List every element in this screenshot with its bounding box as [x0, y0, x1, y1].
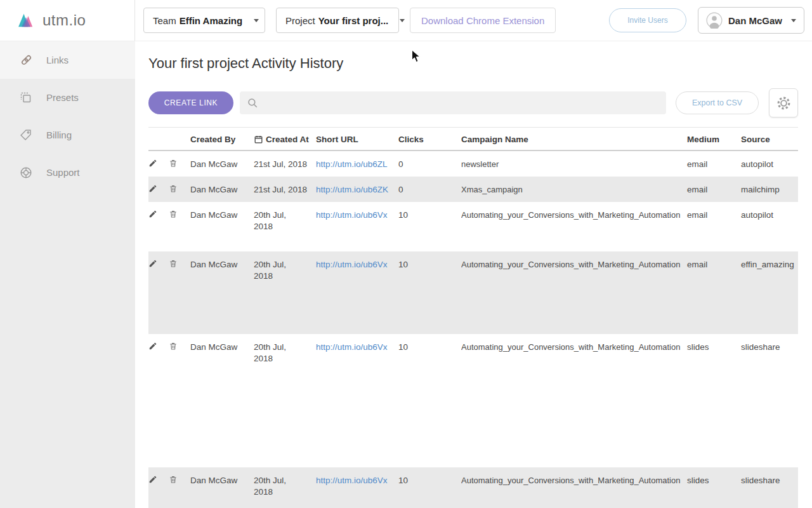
- short-url-cell: http://utm.io/ub6Vx: [316, 467, 398, 508]
- created-by-cell: Dan McGaw: [190, 151, 254, 177]
- created-at-cell: 20th Jul,2018: [254, 202, 316, 251]
- chevron-down-icon: [400, 19, 405, 22]
- campaign-cell: Xmas_campaign: [461, 177, 687, 202]
- sidebar-item-links[interactable]: Links: [0, 41, 135, 79]
- calendar-icon: [254, 135, 266, 144]
- team-dropdown[interactable]: Team Effin Amazing: [143, 8, 265, 33]
- gear-icon: [776, 95, 792, 111]
- medium-cell: slides: [687, 467, 741, 508]
- campaign-cell: Automating_your_Conversions_with_Marketi…: [461, 251, 687, 334]
- table-row: Dan McGaw 21st Jul, 2018 http://utm.io/u…: [148, 151, 798, 177]
- logo-text: utm.io: [43, 11, 86, 29]
- column-header-short-url: Short URL: [316, 128, 398, 150]
- team-dropdown-value: Effin Amazing: [180, 15, 242, 26]
- create-link-button[interactable]: CREATE LINK: [148, 91, 233, 114]
- link-icon: [19, 53, 34, 67]
- clicks-cell: 0: [398, 177, 461, 202]
- medium-cell: slides: [687, 334, 741, 467]
- sidebar-item-presets[interactable]: Presets: [0, 79, 135, 116]
- invite-users-button[interactable]: Invite Users: [609, 8, 686, 32]
- download-chrome-extension-button[interactable]: Download Chrome Extension: [410, 8, 556, 33]
- sidebar: Links Presets Billing Support: [0, 41, 135, 508]
- table-row: Dan McGaw 21st Jul, 2018 http://utm.io/u…: [148, 177, 798, 202]
- table-row: Dan McGaw 20th Jul,2018 http://utm.io/ub…: [148, 467, 798, 508]
- user-name: Dan McGaw: [728, 15, 782, 26]
- table-row: Dan McGaw 20th Jul,2018 http://utm.io/ub…: [148, 251, 798, 334]
- medium-cell: email: [687, 202, 741, 251]
- actions-header-spacer: [169, 128, 190, 150]
- short-url-link[interactable]: http://utm.io/ub6Vx: [316, 342, 388, 352]
- clicks-cell: 10: [398, 251, 461, 334]
- short-url-link[interactable]: http://utm.io/ub6ZK: [316, 185, 388, 194]
- edit-button[interactable]: [148, 342, 157, 351]
- user-menu[interactable]: Dan McGaw: [698, 7, 804, 34]
- medium-cell: email: [687, 177, 741, 202]
- project-dropdown-prefix: Project: [285, 15, 315, 26]
- delete-button[interactable]: [169, 184, 178, 193]
- team-dropdown-prefix: Team: [153, 15, 176, 26]
- edit-button[interactable]: [148, 159, 157, 168]
- edit-button[interactable]: [148, 259, 157, 268]
- medium-cell: email: [687, 151, 741, 177]
- project-dropdown[interactable]: Project Your first proj...: [276, 8, 399, 33]
- short-url-link[interactable]: http://utm.io/ub6Vx: [316, 260, 388, 269]
- links-table: Created By Created At Short URL Clicks C…: [148, 127, 798, 508]
- campaign-cell: Automating_your_Conversions_with_Marketi…: [461, 202, 687, 251]
- delete-button[interactable]: [169, 342, 178, 351]
- column-header-campaign: Campaign Name: [461, 128, 687, 150]
- short-url-cell: http://utm.io/ub6Vx: [316, 202, 398, 251]
- search-input[interactable]: [263, 91, 666, 114]
- column-header-source: Source: [741, 128, 798, 150]
- sidebar-item-billing[interactable]: Billing: [0, 116, 135, 154]
- column-header-medium: Medium: [687, 128, 741, 150]
- tag-icon: [19, 128, 34, 142]
- short-url-cell: http://utm.io/ub6Vx: [316, 334, 398, 467]
- created-by-cell: Dan McGaw: [190, 202, 254, 251]
- short-url-link[interactable]: http://utm.io/ub6Vx: [316, 210, 388, 220]
- export-csv-button[interactable]: Export to CSV: [676, 91, 759, 114]
- edit-button[interactable]: [148, 210, 157, 218]
- source-cell: effin_amazing: [741, 251, 798, 334]
- source-cell: autopilot: [741, 151, 798, 177]
- main-content: Your first project Activity History CREA…: [136, 41, 812, 508]
- settings-button[interactable]: [769, 88, 798, 117]
- source-cell: mailchimp: [741, 177, 798, 202]
- clicks-cell: 10: [398, 467, 461, 508]
- campaign-cell: Automating_your_Conversions_with_Marketi…: [461, 467, 687, 508]
- created-by-cell: Dan McGaw: [190, 467, 254, 508]
- campaign-cell: newsletter: [461, 151, 687, 177]
- created-at-cell: 21st Jul, 2018: [254, 151, 316, 177]
- column-header-created-at: Created At: [254, 128, 316, 150]
- delete-button[interactable]: [169, 475, 178, 484]
- created-at-cell: 20th Jul,2018: [254, 467, 316, 508]
- delete-button[interactable]: [169, 259, 178, 268]
- created-by-cell: Dan McGaw: [190, 251, 254, 334]
- search-icon: [247, 97, 258, 109]
- short-url-link[interactable]: http://utm.io/ub6Vx: [316, 476, 388, 485]
- delete-button[interactable]: [169, 159, 178, 168]
- table-header-row: Created By Created At Short URL Clicks C…: [148, 127, 798, 151]
- sidebar-item-support[interactable]: Support: [0, 154, 135, 191]
- created-by-cell: Dan McGaw: [190, 177, 254, 202]
- search-bar[interactable]: [240, 91, 666, 114]
- created-at-cell: 20th Jul,2018: [254, 334, 316, 467]
- table-row: Dan McGaw 20th Jul,2018 http://utm.io/ub…: [148, 334, 798, 467]
- page-title: Your first project Activity History: [148, 55, 798, 72]
- source-cell: slideshare: [741, 467, 798, 508]
- sidebar-item-label: Links: [46, 55, 69, 65]
- delete-button[interactable]: [169, 210, 178, 218]
- clicks-cell: 0: [398, 151, 461, 177]
- column-header-created-by: Created By: [190, 128, 254, 150]
- short-url-link[interactable]: http://utm.io/ub6ZL: [316, 159, 388, 169]
- logo[interactable]: utm.io: [0, 0, 135, 41]
- edit-button[interactable]: [148, 475, 157, 484]
- project-dropdown-value: Your first proj...: [318, 15, 389, 26]
- edit-button[interactable]: [148, 184, 157, 193]
- sidebar-item-label: Support: [46, 167, 80, 178]
- toolbar: CREATE LINK Export to CSV: [148, 88, 798, 117]
- logo-mark-icon: [15, 10, 37, 31]
- chevron-down-icon: [254, 19, 259, 22]
- column-header-clicks: Clicks: [398, 128, 461, 150]
- source-cell: slideshare: [741, 334, 798, 467]
- created-at-cell: 20th Jul,2018: [254, 251, 316, 334]
